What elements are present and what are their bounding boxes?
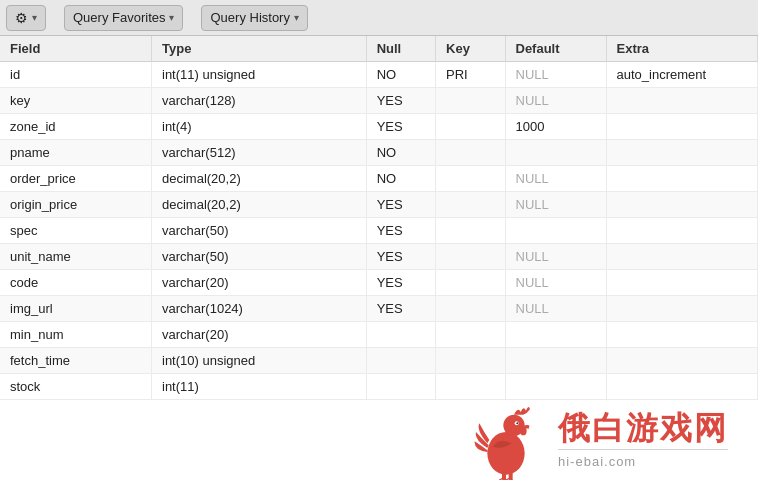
cell-default: NULL [505,244,606,270]
cell-null: YES [366,296,435,322]
cell-field: id [0,62,152,88]
null-value: NULL [516,301,549,316]
cell-field: key [0,88,152,114]
cell-type: decimal(20,2) [152,192,367,218]
cell-default: NULL [505,270,606,296]
cell-extra [606,140,758,166]
cell-key [436,374,505,400]
cell-default: NULL [505,88,606,114]
null-value: NULL [516,67,549,82]
cell-extra [606,322,758,348]
toolbar: ⚙ ▾ Query Favorites ▾ Query History ▾ [0,0,758,36]
cell-extra [606,270,758,296]
null-value: NULL [516,197,549,212]
cell-field: stock [0,374,152,400]
cell-extra [606,166,758,192]
null-value: NULL [516,249,549,264]
cell-field: img_url [0,296,152,322]
cell-type: int(10) unsigned [152,348,367,374]
cell-extra: auto_increment [606,62,758,88]
cell-default: NULL [505,192,606,218]
cell-null [366,348,435,374]
cell-type: varchar(50) [152,218,367,244]
gear-icon: ⚙ [15,10,28,26]
cell-key [436,270,505,296]
cell-default [505,322,606,348]
cell-field: code [0,270,152,296]
table-row: unit_namevarchar(50)YESNULL [0,244,758,270]
cell-key [436,348,505,374]
history-chevron-icon: ▾ [294,12,299,23]
cell-extra [606,374,758,400]
cell-type: varchar(512) [152,140,367,166]
cell-default: NULL [505,62,606,88]
table-container: Field Type Null Key Default Extra idint(… [0,36,758,500]
schema-table: Field Type Null Key Default Extra idint(… [0,36,758,400]
cell-field: order_price [0,166,152,192]
null-value: NULL [516,93,549,108]
cell-default: NULL [505,166,606,192]
col-header-field: Field [0,36,152,62]
table-row: specvarchar(50)YES [0,218,758,244]
cell-key [436,218,505,244]
cell-field: origin_price [0,192,152,218]
cell-type: int(11) [152,374,367,400]
table-row: origin_pricedecimal(20,2)YESNULL [0,192,758,218]
table-header-row: Field Type Null Key Default Extra [0,36,758,62]
table-row: idint(11) unsignedNOPRINULLauto_incremen… [0,62,758,88]
table-row: codevarchar(20)YESNULL [0,270,758,296]
cell-type: decimal(20,2) [152,166,367,192]
col-header-extra: Extra [606,36,758,62]
cell-extra [606,244,758,270]
cell-default [505,140,606,166]
cell-null: YES [366,192,435,218]
query-history-label: Query History [210,10,289,25]
col-header-default: Default [505,36,606,62]
cell-field: spec [0,218,152,244]
col-header-type: Type [152,36,367,62]
cell-extra [606,348,758,374]
cell-key [436,192,505,218]
cell-null [366,374,435,400]
cell-key [436,88,505,114]
cell-field: unit_name [0,244,152,270]
cell-null: NO [366,62,435,88]
cell-null: NO [366,140,435,166]
cell-key [436,322,505,348]
cell-extra [606,88,758,114]
cell-field: pname [0,140,152,166]
cell-key [436,166,505,192]
cell-key [436,140,505,166]
cell-default: 1000 [505,114,606,140]
cell-type: varchar(20) [152,322,367,348]
cell-default: NULL [505,296,606,322]
query-history-button[interactable]: Query History ▾ [201,5,307,31]
cell-type: int(4) [152,114,367,140]
cell-default [505,374,606,400]
table-row: zone_idint(4)YES1000 [0,114,758,140]
cell-extra [606,192,758,218]
table-row: order_pricedecimal(20,2)NONULL [0,166,758,192]
cell-key: PRI [436,62,505,88]
cell-field: fetch_time [0,348,152,374]
query-favorites-label: Query Favorites [73,10,165,25]
cell-default [505,218,606,244]
cell-type: varchar(128) [152,88,367,114]
gear-button[interactable]: ⚙ ▾ [6,5,46,31]
table-row: keyvarchar(128)YESNULL [0,88,758,114]
gear-chevron-icon: ▾ [32,12,37,23]
table-row: img_urlvarchar(1024)YESNULL [0,296,758,322]
cell-field: min_num [0,322,152,348]
cell-null: YES [366,270,435,296]
cell-null [366,322,435,348]
cell-key [436,244,505,270]
cell-field: zone_id [0,114,152,140]
col-header-null: Null [366,36,435,62]
cell-extra [606,296,758,322]
cell-type: int(11) unsigned [152,62,367,88]
table-row: fetch_timeint(10) unsigned [0,348,758,374]
cell-key [436,114,505,140]
table-row: pnamevarchar(512)NO [0,140,758,166]
cell-type: varchar(1024) [152,296,367,322]
query-favorites-button[interactable]: Query Favorites ▾ [64,5,183,31]
